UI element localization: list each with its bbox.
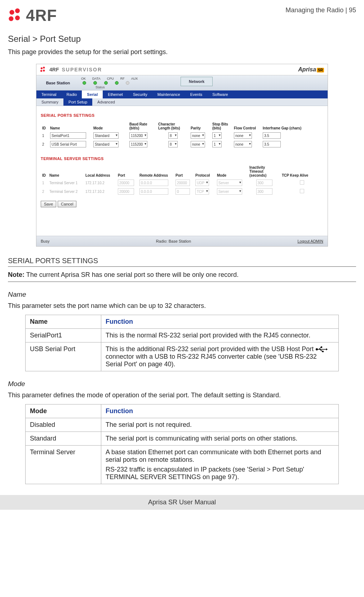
flow-select[interactable]: none [234, 132, 252, 139]
param-mode-heading: Mode [8, 380, 356, 388]
led-cpu-icon [104, 81, 108, 85]
table-row: Standard The serial port is communicatin… [26, 432, 339, 446]
timeout-input[interactable]: 300 [256, 188, 272, 195]
stop-select[interactable]: 1 [212, 132, 222, 139]
stop-select[interactable]: 1 [212, 141, 222, 147]
save-button[interactable]: Save [41, 201, 56, 207]
page-lead: This page provides the setup for the ser… [8, 48, 356, 56]
remote-input[interactable]: 0.0.0.0 [139, 188, 168, 195]
th-function: Function [101, 315, 339, 329]
svg-rect-11 [321, 346, 322, 348]
name-input[interactable]: USB Serial Port [50, 141, 86, 147]
mode-select[interactable]: Standard [93, 132, 119, 139]
subtab-advanced[interactable]: Advanced [92, 98, 120, 106]
subtab-summary[interactable]: Summary [36, 98, 63, 106]
svg-point-5 [43, 67, 45, 68]
proto-select[interactable]: TCP [195, 188, 209, 195]
serial-ports-settings-heading: SERIAL PORTS SETTINGS [8, 257, 356, 265]
col-port: Port [116, 164, 138, 178]
parity-select[interactable]: none [191, 132, 205, 139]
subtab-port-setup[interactable]: Port Setup [63, 98, 92, 106]
tab-software[interactable]: Software [207, 90, 233, 98]
table-row: SerialPort1 This is the normal RS-232 se… [26, 329, 339, 342]
col-remote: Remote Address [138, 164, 174, 178]
table-row: 1 SerialPort1 Standard 115200 8 none 1 n… [41, 131, 323, 140]
tab-radio[interactable]: Radio [62, 90, 82, 98]
terminal-server-table: ID Name Local Address Port Remote Addres… [41, 164, 323, 196]
cancel-button[interactable]: Cancel [58, 201, 76, 207]
led-label: RF [120, 77, 125, 80]
tab-maintenance[interactable]: Maintenance [152, 90, 185, 98]
gap-input[interactable]: 3.5 [263, 132, 281, 139]
col-rport: Port [174, 164, 194, 178]
brand-logo: 4RF [8, 6, 57, 25]
col-gap: Interframe Gap (chars) [261, 121, 323, 131]
led-label: CPU [107, 77, 114, 80]
breadcrumb: Managing the Radio | 95 [285, 6, 356, 14]
mode-table: Mode Function Disabled The serial port i… [25, 404, 339, 484]
flow-select[interactable]: none [234, 141, 252, 147]
tab-security[interactable]: Security [128, 90, 152, 98]
parity-select[interactable]: none [191, 141, 205, 147]
keepalive-checkbox[interactable] [300, 189, 304, 193]
brand-mark-icon [8, 8, 24, 23]
rport-input[interactable]: 20000 [176, 180, 190, 186]
supervisor-label: SUPERVISOR [62, 67, 102, 72]
mode-select[interactable]: Server [217, 188, 242, 195]
th-function: Function [101, 404, 339, 418]
svg-marker-10 [326, 348, 328, 350]
timeout-input[interactable]: 300 [256, 180, 272, 186]
status-label: Status [96, 85, 105, 89]
tab-terminal[interactable]: Terminal [36, 90, 62, 98]
divider [8, 282, 356, 282]
name-input[interactable]: SerialPort1 [50, 132, 86, 139]
network-button[interactable]: Network [181, 77, 213, 86]
tab-ethernet[interactable]: Ethernet [103, 90, 128, 98]
tab-events[interactable]: Events [185, 90, 208, 98]
charlen-select[interactable]: 8 [168, 132, 178, 139]
port-input[interactable]: 20000 [118, 180, 134, 186]
col-baud: Baud Rate (bit/s) [128, 121, 157, 131]
svg-point-6 [40, 70, 42, 72]
serial-ports-heading: SERIAL PORTS SETTINGS [41, 113, 323, 118]
baud-select[interactable]: 115200 [129, 132, 147, 139]
usb-icon [315, 346, 328, 352]
remote-input[interactable]: 0.0.0.0 [139, 180, 168, 186]
param-mode-desc: This parameter defines the mode of opera… [8, 392, 356, 399]
svg-point-1 [15, 8, 20, 13]
page-title: Serial > Port Setup [8, 34, 356, 44]
mode-select[interactable]: Standard [93, 141, 119, 147]
param-name-desc: This parameter sets the port name which … [8, 302, 356, 310]
proto-select[interactable]: UDP [195, 180, 209, 186]
port-input[interactable]: 20000 [118, 188, 134, 195]
rport-input[interactable]: 0 [176, 188, 190, 195]
led-label: DATA [92, 77, 101, 80]
keepalive-checkbox[interactable] [300, 180, 304, 185]
col-id: ID [41, 121, 49, 131]
name-table: Name Function SerialPort1 This is the no… [25, 315, 339, 371]
col-timeout: Inactivity Timeout (seconds) [248, 164, 280, 178]
footer-status: Busy [41, 239, 49, 243]
aprisa-logo: AprisaSR [298, 66, 324, 73]
footer-radio: Radio: Base Station [156, 239, 191, 243]
brand-text: 4RF [26, 6, 57, 25]
tab-serial[interactable]: Serial [82, 90, 103, 98]
gap-input[interactable]: 3.5 [263, 141, 281, 147]
logout-link[interactable]: Logout ADMIN [297, 239, 323, 243]
table-row: 1 Terminal Server 1 172.17.10.2 20000 0.… [41, 178, 323, 187]
led-ok-icon [83, 81, 86, 85]
col-proto: Protocol [194, 164, 216, 178]
charlen-select[interactable]: 8 [168, 141, 178, 147]
brand-mark-icon [40, 66, 46, 73]
col-parity: Parity [189, 121, 211, 131]
led-data-icon [93, 81, 97, 85]
table-row: Disabled The serial port is not required… [26, 418, 339, 432]
col-name: Name [48, 164, 84, 178]
baud-select[interactable]: 115200 [129, 141, 147, 147]
base-station-label: Base Station [36, 81, 80, 85]
note-text: Note: The current Aprisa SR has one seri… [8, 270, 356, 280]
brand-text-small: 4RF [49, 67, 59, 72]
led-label: OK [81, 77, 86, 80]
col-charlen: Character Length (bits) [157, 121, 189, 131]
mode-select[interactable]: Server [217, 180, 242, 186]
